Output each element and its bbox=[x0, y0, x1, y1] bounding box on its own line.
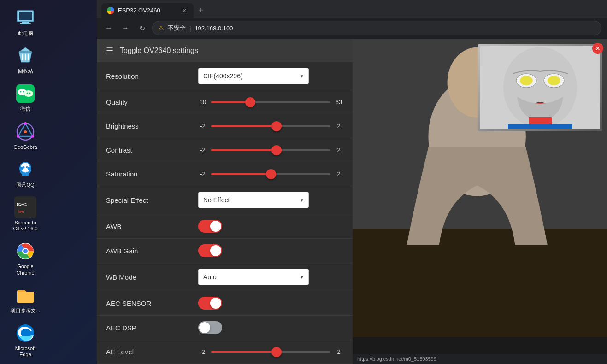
hamburger-icon: ☰ bbox=[106, 46, 113, 56]
contrast-slider-container: -2 2 bbox=[198, 147, 343, 153]
status-url-text: https://blog.csdn.net/m0_51503599 bbox=[357, 356, 436, 362]
desktop-icon-edge[interactable]: Microsoft Edge bbox=[5, 320, 46, 360]
setting-row-wb-mode: WB Mode Auto Sunny Cloudy Office Home bbox=[97, 263, 353, 291]
svg-point-38 bbox=[23, 249, 28, 253]
refresh-button[interactable]: ↻ bbox=[136, 22, 148, 35]
tab-bar: ESP32 OV2460 × + bbox=[97, 0, 607, 18]
geogebra-icon bbox=[14, 121, 36, 143]
desktop-icon-my-computer[interactable]: 此电脑 bbox=[5, 5, 46, 39]
contrast-max: 2 bbox=[334, 147, 343, 153]
wb-mode-select[interactable]: Auto Sunny Cloudy Office Home bbox=[198, 269, 309, 285]
tab-title: ESP32 OV2460 bbox=[118, 7, 177, 14]
ae-level-slider-track[interactable] bbox=[211, 351, 330, 353]
close-feed-button[interactable]: ✕ bbox=[592, 43, 603, 54]
quality-min: 10 bbox=[198, 99, 207, 106]
desktop-icon-label: Screen to Gif v2.16.0 bbox=[13, 220, 37, 232]
aec-dsp-toggle-knob bbox=[199, 322, 210, 333]
brightness-slider-container: -2 2 bbox=[198, 123, 343, 129]
setting-row-aec-sensor: AEC SENSOR bbox=[97, 291, 353, 316]
browser-tab-esp32[interactable]: ESP32 OV2460 × bbox=[101, 3, 194, 18]
setting-row-resolution: Resolution CIF(400x296) UXGA(1600x1200) … bbox=[97, 62, 353, 90]
brightness-slider-thumb[interactable] bbox=[271, 121, 282, 131]
browser-toolbar: ← → ↻ ⚠ 不安全 | 192.168.0.100 bbox=[97, 18, 607, 39]
desktop-icon-label: 回收站 bbox=[18, 68, 33, 74]
address-bar[interactable]: ⚠ 不安全 | 192.168.0.100 bbox=[152, 21, 601, 35]
quality-label: Quality bbox=[106, 98, 198, 106]
status-bar: https://blog.csdn.net/m0_51503599 bbox=[353, 354, 607, 364]
brightness-slider-fill bbox=[211, 125, 277, 127]
chrome-icon bbox=[14, 240, 36, 262]
svg-point-29 bbox=[28, 167, 30, 170]
back-button[interactable]: ← bbox=[102, 22, 115, 35]
ae-level-slider-thumb[interactable] bbox=[271, 347, 282, 357]
contrast-slider-track[interactable] bbox=[211, 149, 330, 151]
desktop-icon-geogebra[interactable]: GeoGebra bbox=[5, 118, 46, 153]
contrast-control: -2 2 bbox=[198, 147, 343, 153]
resolution-select[interactable]: CIF(400x296) UXGA(1600x1200) SXGA(1280x1… bbox=[198, 68, 309, 84]
quality-slider-container: 10 63 bbox=[198, 99, 343, 106]
setting-row-contrast: Contrast -2 2 bbox=[97, 138, 353, 162]
resolution-select-wrapper: CIF(400x296) UXGA(1600x1200) SXGA(1280x1… bbox=[198, 68, 309, 84]
setting-row-saturation: Saturation -2 2 bbox=[97, 162, 353, 186]
ae-level-control: -2 2 bbox=[198, 348, 343, 355]
screentogif-icon: S>G live bbox=[14, 196, 36, 218]
aec-dsp-toggle[interactable] bbox=[198, 321, 222, 334]
tab-favicon bbox=[107, 7, 114, 14]
svg-point-27 bbox=[27, 166, 28, 167]
security-label: 不安全 bbox=[168, 24, 186, 32]
tab-close-button[interactable]: × bbox=[181, 7, 188, 14]
desktop-icon-label: GeoGebra bbox=[13, 144, 37, 150]
svg-point-18 bbox=[24, 122, 27, 125]
awb-toggle[interactable] bbox=[198, 220, 222, 233]
awb-control bbox=[198, 220, 343, 233]
desktop-icon-qq[interactable]: 腾讯QQ bbox=[5, 156, 46, 190]
edge-icon bbox=[14, 322, 36, 344]
desktop-icon-screentogif[interactable]: S>G live Screen to Gif v2.16.0 bbox=[5, 194, 46, 234]
ultraman-svg bbox=[480, 46, 600, 129]
forward-button[interactable]: → bbox=[119, 22, 132, 35]
desktop-icon-label: 腾讯QQ bbox=[16, 182, 34, 188]
contrast-slider-fill bbox=[211, 149, 277, 151]
svg-rect-3 bbox=[20, 23, 31, 24]
desktop-icon-label: 项目参考文... bbox=[11, 308, 40, 314]
svg-point-11 bbox=[24, 90, 33, 97]
desktop-icon-folder-ref[interactable]: 项目参考文... bbox=[5, 282, 46, 316]
settings-title: Toggle OV2640 settings bbox=[120, 47, 198, 55]
awb-toggle-knob bbox=[210, 221, 221, 232]
svg-point-50 bbox=[548, 76, 560, 85]
folder-ref-icon bbox=[14, 284, 36, 306]
quality-slider-thumb[interactable] bbox=[245, 97, 255, 107]
svg-rect-1 bbox=[19, 12, 32, 20]
desktop-icon-wechat[interactable]: 微信 bbox=[5, 80, 46, 114]
aec-sensor-toggle[interactable] bbox=[198, 297, 222, 310]
svg-point-13 bbox=[23, 91, 24, 93]
recycle-bin-icon bbox=[14, 45, 36, 67]
aec-sensor-toggle-knob bbox=[210, 298, 221, 309]
desktop-icon-label: 此电脑 bbox=[18, 30, 33, 36]
svg-rect-31 bbox=[23, 174, 25, 176]
contrast-slider-thumb[interactable] bbox=[271, 145, 282, 155]
svg-rect-33 bbox=[14, 196, 36, 218]
svg-point-26 bbox=[24, 166, 24, 167]
svg-text:live: live bbox=[18, 209, 24, 214]
saturation-slider-track[interactable] bbox=[211, 173, 330, 175]
ae-level-slider-fill bbox=[211, 351, 277, 353]
desktop-icon-recycle-bin[interactable]: 回收站 bbox=[5, 42, 46, 76]
brightness-slider-track[interactable] bbox=[211, 125, 330, 127]
awb-gain-toggle[interactable] bbox=[198, 244, 222, 257]
special-effect-select[interactable]: No Effect Negative Grayscale Red Tint Gr… bbox=[198, 192, 309, 208]
setting-row-brightness: Brightness -2 2 bbox=[97, 114, 353, 138]
awb-gain-toggle-knob bbox=[210, 245, 221, 256]
computer-icon bbox=[14, 7, 36, 29]
saturation-slider-thumb[interactable] bbox=[266, 169, 276, 179]
special-effect-label: Special Effect bbox=[106, 196, 198, 204]
contrast-label: Contrast bbox=[106, 146, 198, 154]
settings-header[interactable]: ☰ Toggle OV2640 settings bbox=[97, 39, 353, 62]
quality-slider-track[interactable] bbox=[211, 101, 330, 103]
svg-point-28 bbox=[20, 167, 23, 170]
brightness-max: 2 bbox=[334, 123, 343, 129]
saturation-label: Saturation bbox=[106, 170, 198, 178]
setting-row-aec-dsp: AEC DSP bbox=[97, 316, 353, 340]
desktop-icon-chrome[interactable]: Google Chrome bbox=[5, 238, 46, 278]
new-tab-button[interactable]: + bbox=[194, 4, 207, 17]
